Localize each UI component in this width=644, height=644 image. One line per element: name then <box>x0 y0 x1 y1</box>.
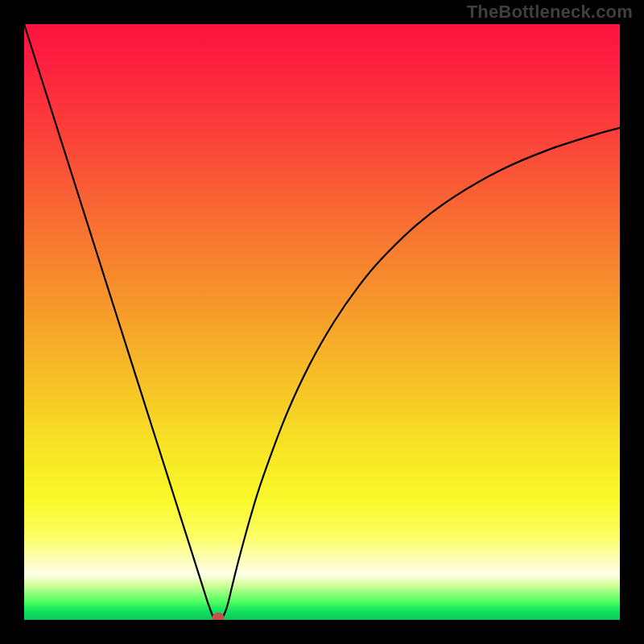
plot-area <box>24 24 620 620</box>
chart-frame: TheBottleneck.com <box>0 0 644 644</box>
watermark-text: TheBottleneck.com <box>467 2 633 23</box>
optimal-point-marker <box>212 613 224 620</box>
curve-layer <box>24 24 620 620</box>
bottleneck-curve <box>24 24 620 620</box>
